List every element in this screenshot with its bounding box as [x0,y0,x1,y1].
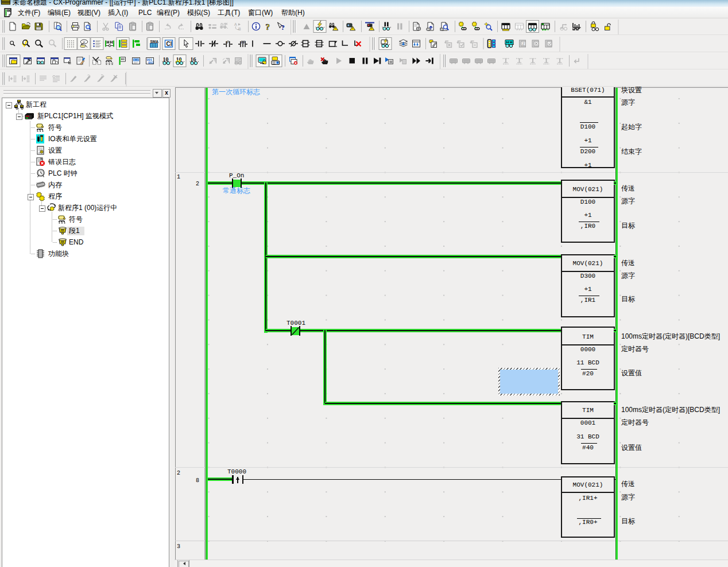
svg-text:16: 16 [191,56,196,63]
svg-text:P: P [227,40,230,44]
svg-text:P: P [243,40,246,44]
svg-text:SMA: SMA [150,40,159,44]
svg-text:w: w [83,40,86,44]
svg-text:002: 002 [148,61,154,65]
svg-text:10: 10 [163,56,169,63]
svg-text:?: ? [281,23,285,32]
svg-text:B: B [238,27,241,31]
svg-text:?: ? [266,22,270,32]
svg-text:A: A [234,22,237,26]
svg-text:CI: CI [166,41,172,47]
svg-text:Z: Z [522,42,525,46]
